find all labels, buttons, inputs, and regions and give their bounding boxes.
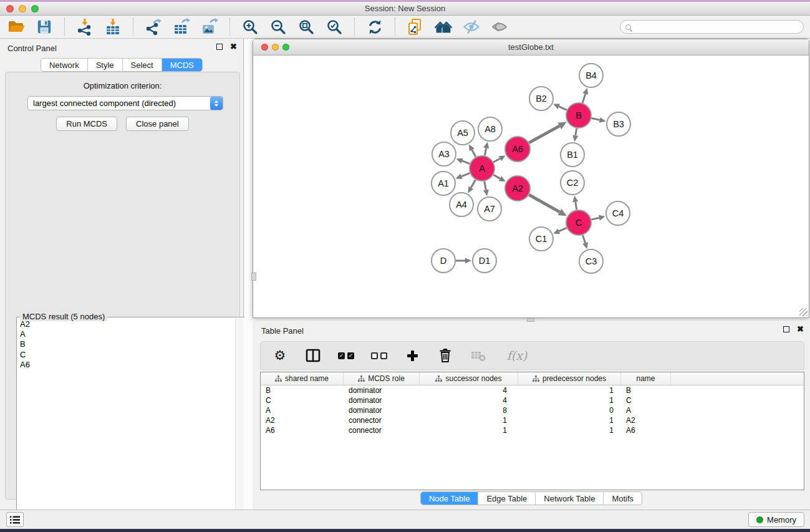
edge-C-C2[interactable] xyxy=(576,202,577,210)
tab-style[interactable]: Style xyxy=(87,59,122,71)
edge-A-A8[interactable] xyxy=(485,148,486,155)
splitter-handle-horizontal[interactable] xyxy=(527,318,534,322)
table-tab-node-table[interactable]: Node Table xyxy=(421,492,478,505)
memory-button[interactable]: Memory xyxy=(748,512,804,527)
import-table-button[interactable] xyxy=(103,17,123,36)
search-input[interactable] xyxy=(634,22,798,31)
delete-table-button[interactable] xyxy=(470,347,486,364)
edge-B-B3[interactable] xyxy=(592,118,600,120)
edge-B-B1[interactable] xyxy=(576,128,577,136)
trash-icon xyxy=(438,347,453,364)
column-header-name[interactable]: name xyxy=(621,372,671,385)
column-header-successor-nodes[interactable]: successor nodes xyxy=(420,372,518,385)
open-session-button[interactable] xyxy=(6,17,26,36)
edge-C-C3[interactable] xyxy=(582,235,585,243)
edge-arrowhead xyxy=(483,142,489,149)
table-tab-edge-table[interactable]: Edge Table xyxy=(478,492,535,505)
table-cell: 4 xyxy=(420,385,518,395)
edge-A-A5[interactable] xyxy=(472,150,476,157)
delete-button[interactable] xyxy=(437,347,453,364)
splitter-handle-vertical[interactable] xyxy=(251,273,256,281)
zoom-in-button[interactable] xyxy=(240,17,260,36)
zoom-in-icon xyxy=(242,19,259,36)
mcds-result-list: A2ABCA6 xyxy=(18,319,234,526)
float-panel-icon[interactable] xyxy=(216,44,223,50)
edge-C-C4[interactable] xyxy=(591,218,599,220)
edge-A-A4[interactable] xyxy=(471,180,475,188)
export-network-button[interactable] xyxy=(143,17,163,36)
column-header-shared-name[interactable]: shared name xyxy=(261,372,344,385)
window-resize-grip[interactable] xyxy=(799,308,808,316)
tab-network[interactable]: Network xyxy=(41,59,87,71)
network-close-button[interactable] xyxy=(261,44,268,51)
run-mcds-button[interactable]: Run MCDS xyxy=(56,117,117,131)
edge-C-C1[interactable] xyxy=(559,228,566,231)
result-item[interactable]: B xyxy=(18,339,234,349)
result-item[interactable]: A6 xyxy=(18,360,234,370)
column-header-predecessor-nodes[interactable]: predecessor nodes xyxy=(518,372,621,385)
tab-select[interactable]: Select xyxy=(122,59,162,71)
float-table-panel-icon[interactable] xyxy=(783,326,789,332)
edge-A2-C[interactable] xyxy=(529,195,559,212)
toolbar-separator xyxy=(395,18,395,36)
table-row[interactable]: Bdominator41B xyxy=(261,385,804,395)
table-cell: A2 xyxy=(621,415,671,425)
hide-graphics-details-button[interactable] xyxy=(461,17,481,36)
result-item[interactable]: A2 xyxy=(18,319,234,329)
network-graph[interactable]: B4B2BB3A8A5A6B1A3AA1C2A2A4A7C4CC1C3DD1 xyxy=(253,56,808,317)
table-cell: A6 xyxy=(261,425,344,435)
show-columns-button[interactable] xyxy=(305,347,321,364)
close-window-button[interactable] xyxy=(6,5,14,12)
tab-mcds[interactable]: MCDS xyxy=(162,59,202,71)
optimization-criterion-dropdown[interactable]: largest connected component (directed) xyxy=(27,96,223,110)
zoom-selected-button[interactable] xyxy=(324,17,344,36)
edge-A6-B[interactable] xyxy=(529,126,559,143)
network-canvas[interactable]: B4B2BB3A8A5A6B1A3AA1C2A2A4A7C4CC1C3DD1 xyxy=(253,56,809,317)
table-row[interactable]: Adominator80A xyxy=(261,405,804,415)
edge-A-A7[interactable] xyxy=(485,181,486,190)
export-table-button[interactable] xyxy=(171,17,191,36)
select-all-button[interactable]: ✓✓ xyxy=(338,347,354,364)
edge-A-A2[interactable] xyxy=(493,175,500,178)
edge-B-B2[interactable] xyxy=(559,107,567,110)
add-button[interactable] xyxy=(404,347,420,364)
zoom-out-button[interactable] xyxy=(268,17,288,36)
table-row[interactable]: A2connector11A2 xyxy=(261,415,804,425)
graph-node-label: A4 xyxy=(456,200,467,210)
edge-A-A1[interactable] xyxy=(461,173,470,177)
task-history-button[interactable] xyxy=(6,512,24,527)
export-image-button[interactable] xyxy=(200,17,219,36)
close-panel-icon[interactable]: ✖ xyxy=(230,44,237,50)
close-table-panel-icon[interactable]: ✖ xyxy=(797,326,804,332)
table-tab-network-table[interactable]: Network Table xyxy=(535,492,603,505)
table-tabs-row: Node TableEdge TableNetwork TableMotifs xyxy=(253,491,810,505)
zoom-fit-button[interactable] xyxy=(296,17,316,36)
network-zoom-button[interactable] xyxy=(282,44,289,51)
table-tab-motifs[interactable]: Motifs xyxy=(603,492,642,505)
result-item[interactable]: A xyxy=(18,329,234,339)
table-row[interactable]: A6connector11A6 xyxy=(261,425,804,435)
table-cell: 8 xyxy=(420,405,518,415)
duplicate-network-button[interactable] xyxy=(405,17,425,36)
show-graphics-details-button[interactable] xyxy=(489,17,509,36)
export-table-icon xyxy=(173,18,190,36)
refresh-layout-button[interactable] xyxy=(365,17,385,36)
table-row[interactable]: Cdominator41C xyxy=(261,395,804,405)
minimize-window-button[interactable] xyxy=(19,5,26,12)
edge-A-A6[interactable] xyxy=(493,158,499,162)
table-settings-button[interactable]: ⚙ xyxy=(272,347,288,364)
import-network-button[interactable] xyxy=(75,17,95,36)
edge-B-B4[interactable] xyxy=(582,94,585,103)
network-minimize-button[interactable] xyxy=(272,44,279,51)
save-session-button[interactable] xyxy=(34,17,54,36)
sort-hierarchy-icon xyxy=(533,375,539,382)
home-button[interactable] xyxy=(433,17,453,36)
function-builder-button[interactable]: f(x) xyxy=(503,347,531,364)
edge-A-A3[interactable] xyxy=(462,161,470,164)
result-item[interactable]: C xyxy=(18,350,234,360)
zoom-window-button[interactable] xyxy=(31,5,39,12)
column-header-mcds-role[interactable]: MCDS role xyxy=(344,372,420,385)
deselect-all-button[interactable] xyxy=(371,347,387,364)
close-panel-button[interactable]: Close panel xyxy=(126,117,189,131)
mcds-result-scrollbar[interactable] xyxy=(235,318,244,527)
